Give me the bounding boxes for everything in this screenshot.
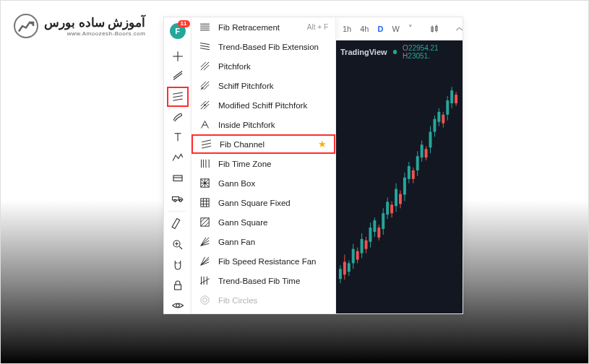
svg-point-22 bbox=[176, 304, 180, 308]
menu-gann-square[interactable]: Gann Square bbox=[192, 212, 335, 232]
menu-fib-circles[interactable]: Fib Circles bbox=[192, 290, 335, 310]
menu-label: Trend-Based Fib Time bbox=[218, 277, 300, 285]
tools-dropdown: Fib Retracement Alt + F Trend-Based Fib … bbox=[192, 17, 336, 313]
user-avatar[interactable]: F 11 bbox=[170, 23, 186, 39]
svg-line-16 bbox=[179, 246, 182, 249]
text-tool-icon[interactable] bbox=[164, 127, 192, 147]
svg-line-41 bbox=[201, 101, 206, 106]
menu-pitchfork[interactable]: Pitchfork bbox=[192, 56, 335, 76]
ruler-tool-icon[interactable] bbox=[164, 214, 192, 235]
svg-rect-93 bbox=[356, 251, 359, 260]
timeframe-w[interactable]: W bbox=[390, 23, 401, 35]
timeframe-d[interactable]: D bbox=[376, 23, 386, 35]
menu-label: Trend-Based Fib Extension bbox=[218, 43, 319, 51]
svg-line-34 bbox=[201, 62, 206, 67]
menu-schiff-pitchfork[interactable]: Schiff Pitchfork bbox=[192, 76, 335, 95]
svg-line-38 bbox=[204, 84, 209, 90]
svg-rect-14 bbox=[172, 219, 180, 229]
svg-rect-121 bbox=[416, 156, 419, 170]
svg-point-79 bbox=[201, 296, 209, 304]
menu-label: Fib Channel bbox=[220, 140, 265, 149]
zoom-tool-icon[interactable] bbox=[164, 235, 192, 255]
menu-label: Gann Square Fixed bbox=[218, 199, 291, 207]
menu-fib-speed-fan[interactable]: Fib Speed Resistance Fan bbox=[192, 251, 335, 271]
site-logo: آموزش ساده بورس www.Amoozesh-Boors.com bbox=[14, 14, 145, 38]
crosshair-tool-icon[interactable] bbox=[164, 46, 192, 66]
fib-tool-icon[interactable] bbox=[167, 87, 189, 107]
truck-icon[interactable] bbox=[164, 188, 192, 208]
menu-fib-channel[interactable]: Fib Channel ★ bbox=[192, 134, 335, 154]
menu-label: Gann Box bbox=[218, 179, 255, 188]
chart-body[interactable]: TradingView O22954.21 H23051. bbox=[336, 40, 463, 313]
svg-point-13 bbox=[179, 199, 181, 202]
menu-label: Pitchfork bbox=[218, 62, 251, 71]
svg-line-35 bbox=[204, 65, 209, 70]
svg-line-65 bbox=[205, 222, 210, 227]
chart-header: 1h 4h D W ˅ Indicato bbox=[336, 17, 463, 40]
svg-line-45 bbox=[202, 140, 211, 142]
lock-tool-icon[interactable] bbox=[164, 275, 192, 295]
svg-line-37 bbox=[201, 82, 206, 87]
svg-rect-101 bbox=[373, 220, 376, 232]
svg-line-64 bbox=[201, 218, 205, 222]
svg-line-5 bbox=[173, 96, 183, 98]
menu-label: Fib Retracement bbox=[218, 23, 280, 32]
svg-rect-127 bbox=[429, 132, 432, 148]
svg-rect-133 bbox=[442, 115, 444, 124]
timeframe-more-icon[interactable]: ˅ bbox=[406, 22, 415, 35]
svg-rect-21 bbox=[175, 285, 181, 290]
indicators-icon[interactable] bbox=[454, 22, 463, 35]
candlestick-chart-icon bbox=[336, 40, 463, 312]
svg-rect-117 bbox=[408, 166, 410, 179]
menu-shortcut: Alt + F bbox=[307, 23, 328, 31]
menu-fib-time-zone[interactable]: Fib Time Zone bbox=[192, 154, 335, 173]
svg-rect-87 bbox=[343, 261, 346, 274]
avatar-letter: F bbox=[175, 27, 180, 35]
menu-trend-fib-time[interactable]: Trend-Based Fib Time bbox=[192, 271, 335, 290]
menu-label: Fib Speed Resistance Fan bbox=[218, 257, 317, 266]
timeframe-1h[interactable]: 1h bbox=[340, 23, 353, 35]
svg-rect-119 bbox=[412, 170, 415, 179]
pattern-tool-icon[interactable] bbox=[164, 147, 192, 168]
svg-rect-57 bbox=[201, 199, 209, 207]
svg-rect-89 bbox=[348, 263, 351, 272]
menu-label: Fib Time Zone bbox=[218, 160, 272, 168]
menu-label: Inside Pitchfork bbox=[218, 121, 275, 129]
menu-fib-retracement[interactable]: Fib Retracement Alt + F bbox=[192, 17, 335, 37]
menu-label: Modified Schiff Pitchfork bbox=[218, 101, 307, 110]
menu-gann-fan[interactable]: Gann Fan bbox=[192, 232, 335, 251]
svg-rect-125 bbox=[425, 149, 428, 157]
svg-rect-109 bbox=[390, 204, 393, 213]
timeframe-4h[interactable]: 4h bbox=[358, 23, 371, 35]
svg-rect-103 bbox=[377, 228, 380, 238]
left-toolbar: F 11 bbox=[164, 17, 192, 313]
svg-rect-129 bbox=[433, 119, 436, 132]
menu-modified-schiff[interactable]: Modified Schiff Pitchfork bbox=[192, 95, 335, 115]
svg-line-47 bbox=[202, 146, 211, 148]
brush-tool-icon[interactable] bbox=[164, 107, 192, 127]
svg-point-12 bbox=[174, 199, 176, 202]
svg-line-32 bbox=[200, 48, 210, 50]
logo-subtitle: www.Amoozesh-Boors.com bbox=[44, 30, 145, 37]
svg-line-30 bbox=[200, 43, 210, 45]
trend-line-tool-icon[interactable] bbox=[164, 66, 192, 87]
svg-line-42 bbox=[204, 104, 209, 109]
svg-rect-99 bbox=[369, 228, 371, 242]
svg-line-4 bbox=[173, 92, 183, 94]
svg-rect-135 bbox=[446, 100, 449, 115]
svg-rect-91 bbox=[352, 249, 355, 264]
candles-icon[interactable] bbox=[428, 22, 441, 35]
svg-line-31 bbox=[200, 46, 210, 47]
chart-area: 1h 4h D W ˅ Indicato TradingView O22954.… bbox=[336, 17, 463, 313]
menu-inside-pitchfork[interactable]: Inside Pitchfork bbox=[192, 115, 335, 134]
prediction-tool-icon[interactable] bbox=[164, 168, 192, 188]
star-icon: ★ bbox=[318, 139, 327, 150]
menu-gann-square-fixed[interactable]: Gann Square Fixed bbox=[192, 193, 335, 212]
menu-gann-box[interactable]: Gann Box bbox=[192, 173, 335, 193]
menu-trend-fib-extension[interactable]: Trend-Based Fib Extension bbox=[192, 37, 335, 56]
svg-point-78 bbox=[203, 298, 207, 303]
eye-tool-icon[interactable] bbox=[164, 295, 192, 314]
menu-label: Gann Fan bbox=[218, 238, 255, 246]
svg-rect-107 bbox=[386, 202, 389, 214]
magnet-tool-icon[interactable] bbox=[164, 255, 192, 275]
